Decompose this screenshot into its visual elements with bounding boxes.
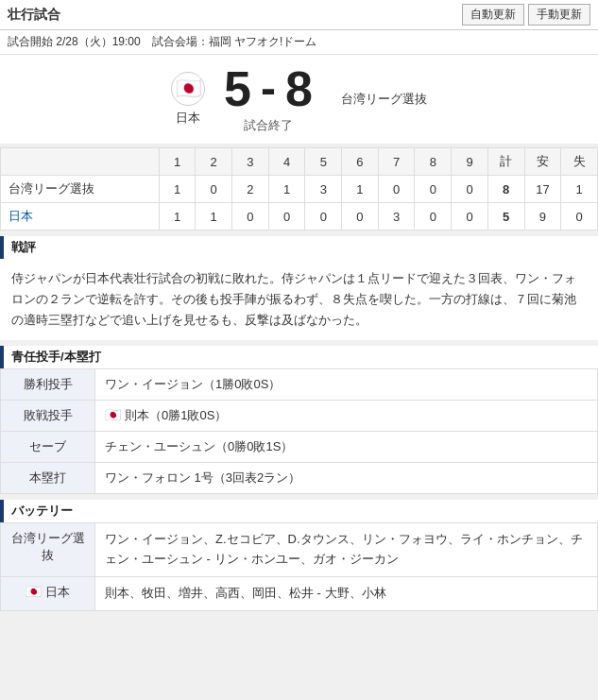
taiwan-inn-7: 0 [378,176,415,203]
pitcher-hr-title-bar: 青任投手/本塁打 [0,346,598,368]
taiwan-errors: 1 [561,176,598,203]
japan-errors: 0 [561,203,598,230]
score-section: 🇯🇵 日本 5 - 8 試合終了 台湾リーグ選抜 [0,55,598,147]
taiwan-inn-3: 2 [232,176,269,203]
pitcher-row-lose: 敗戦投手 🇯🇵則本（0勝1敗0S） [1,401,598,432]
inning-4-header: 4 [268,148,305,176]
pitcher-hr-section: 青任投手/本塁打 勝利投手 ワン・イージョン（1勝0敗0S） 敗戦投手 🇯🇵則本… [0,346,598,494]
japan-inn-4: 0 [268,203,305,230]
hits-header: 安 [524,148,561,176]
taiwan-inn-9: 0 [452,176,488,203]
game-info-text: 試合開始 2/28（火）19:00 試合会場：福岡 ヤフオク!ドーム [8,35,316,48]
japan-inn-3: 0 [232,203,269,230]
battery-taiwan-label: 台湾リーグ選抜 [1,523,95,577]
page-wrapper: 壮行試合 自動更新 手動更新 試合開始 2/28（火）19:00 試合会場：福岡… [0,0,598,626]
japan-hits: 9 [524,203,561,230]
japan-inn-1: 1 [159,203,196,230]
inning-header-row: 1 2 3 4 5 6 7 8 9 計 安 失 [1,148,598,176]
taiwan-hits: 17 [524,176,561,203]
win-pitcher-value: ワン・イージョン（1勝0敗0S） [95,369,598,401]
taiwan-inn-4: 1 [268,176,305,203]
right-team-block: 台湾リーグ選抜 [332,91,427,108]
inning-9-header: 9 [452,148,488,176]
win-pitcher-label: 勝利投手 [1,369,95,401]
page-title: 壮行試合 [8,7,60,24]
taiwan-row: 台湾リーグ選抜 1 0 2 1 3 1 0 0 0 8 17 1 [1,176,598,203]
battery-row-taiwan: 台湾リーグ選抜 ワン・イージョン、Z.セコビア、D.タウンス、リン・フォヨウ、ラ… [1,523,598,577]
total-header: 計 [487,148,524,176]
battery-section: バッテリー 台湾リーグ選抜 ワン・イージョン、Z.セコビア、D.タウンス、リン・… [0,500,598,610]
pitcher-table: 勝利投手 ワン・イージョン（1勝0敗0S） 敗戦投手 🇯🇵則本（0勝1敗0S） … [0,368,598,494]
inning-table: 1 2 3 4 5 6 7 8 9 計 安 失 台湾リーグ選抜 1 [0,147,598,230]
auto-update-button[interactable]: 自動更新 [462,4,524,26]
game-info-bar: 試合開始 2/28（火）19:00 試合会場：福岡 ヤフオク!ドーム [0,30,598,55]
japan-link[interactable]: 日本 [9,209,33,223]
japan-flag: 🇯🇵 [171,72,205,106]
pitcher-row-win: 勝利投手 ワン・イージョン（1勝0敗0S） [1,369,598,401]
japan-inn-8: 0 [415,203,452,230]
japan-row: 日本 1 1 0 0 0 0 3 0 0 5 9 0 [1,203,598,230]
left-team-name: 日本 [176,110,200,127]
japan-inn-7: 3 [378,203,415,230]
battery-japan-label: 🇯🇵日本 [1,576,95,610]
taiwan-team-name-cell: 台湾リーグ選抜 [1,176,160,203]
inning-3-header: 3 [232,148,269,176]
inning-section: 1 2 3 4 5 6 7 8 9 計 安 失 台湾リーグ選抜 1 [0,147,598,230]
update-buttons: 自動更新 手動更新 [462,4,590,26]
japan-flag-battery-icon: 🇯🇵 [26,584,42,599]
pitcher-hr-title: 青任投手/本塁打 [11,349,101,366]
taiwan-inn-6: 1 [342,176,379,203]
title-bar: 壮行試合 自動更新 手動更新 [0,0,598,30]
inning-1-header: 1 [159,148,196,176]
japan-inn-5: 0 [305,203,342,230]
taiwan-inn-8: 0 [415,176,452,203]
pitcher-row-hr: 本塁打 ワン・フォロン 1号（3回表2ラン） [1,463,598,494]
battle-review-section: 戦評 侍ジャパンが日本代表壮行試合の初戦に敗れた。侍ジャパンは１点リードで迎えた… [0,236,598,340]
battle-review-title-bar: 戦評 [0,236,598,259]
score-center: 5 - 8 試合終了 [224,64,313,134]
japan-flag-icon: 🇯🇵 [105,407,121,422]
japan-inn-6: 0 [342,203,379,230]
japan-total: 5 [487,203,524,230]
japan-team-name-cell: 日本 [1,203,160,230]
inning-7-header: 7 [378,148,415,176]
inning-8-header: 8 [415,148,452,176]
left-score: 5 [224,64,251,113]
japan-inn-9: 0 [452,203,488,230]
manual-update-button[interactable]: 手動更新 [528,4,590,26]
team-header [1,148,160,176]
inning-2-header: 2 [196,148,232,176]
lose-pitcher-value: 🇯🇵則本（0勝1敗0S） [95,401,598,432]
battery-taiwan-value: ワン・イージョン、Z.セコビア、D.タウンス、リン・フォヨウ、ライ・ホンチョン、… [95,523,598,577]
score-dash: - [261,66,276,111]
battle-review-text: 侍ジャパンが日本代表壮行試合の初戦に敗れた。侍ジャパンは１点リードで迎えた３回表… [0,259,598,340]
right-team-name: 台湾リーグ選抜 [341,91,427,108]
taiwan-total: 8 [487,176,524,203]
hr-value: ワン・フォロン 1号（3回表2ラン） [95,463,598,494]
battery-title: バッテリー [11,503,73,520]
taiwan-inn-1: 1 [159,176,196,203]
errors-header: 失 [561,148,598,176]
save-label: セーブ [1,432,95,463]
save-value: チェン・ユーシュン（0勝0敗1S） [95,432,598,463]
battle-review-title: 戦評 [11,239,36,256]
inning-5-header: 5 [305,148,342,176]
pitcher-row-save: セーブ チェン・ユーシュン（0勝0敗1S） [1,432,598,463]
right-score: 8 [285,64,313,113]
inning-6-header: 6 [342,148,379,176]
taiwan-inn-2: 0 [196,176,232,203]
left-team-block: 🇯🇵 日本 [171,72,205,127]
taiwan-inn-5: 3 [305,176,342,203]
battery-table: 台湾リーグ選抜 ワン・イージョン、Z.セコビア、D.タウンス、リン・フォヨウ、ラ… [0,522,598,610]
score-status: 試合終了 [244,117,293,134]
hr-label: 本塁打 [1,463,95,494]
battery-row-japan: 🇯🇵日本 則本、牧田、増井、高西、岡田、松井 - 大野、小林 [1,576,598,610]
score-numbers: 5 - 8 [224,64,313,113]
battery-japan-value: 則本、牧田、増井、高西、岡田、松井 - 大野、小林 [95,576,598,610]
battery-title-bar: バッテリー [0,500,598,522]
japan-inn-2: 1 [196,203,232,230]
lose-pitcher-label: 敗戦投手 [1,401,95,432]
